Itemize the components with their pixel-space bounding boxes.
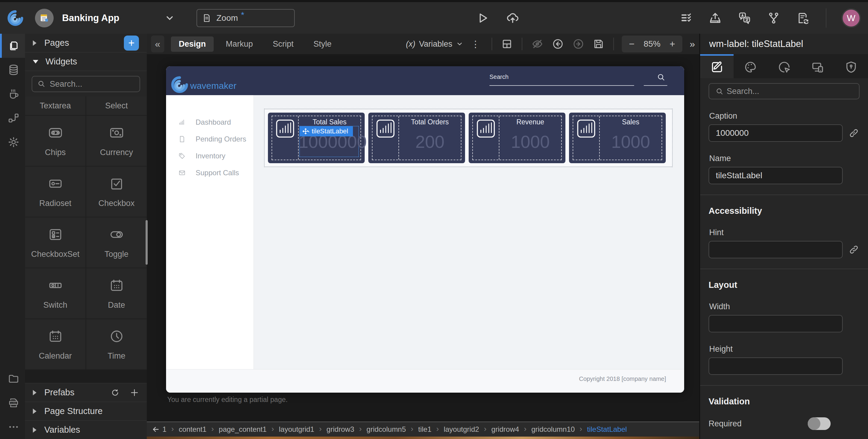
bind-hint-link-icon[interactable] — [848, 244, 860, 255]
tab-events[interactable] — [767, 54, 801, 78]
required-toggle[interactable] — [808, 417, 831, 430]
layout-grid-button[interactable] — [501, 38, 513, 50]
widgets-section-header[interactable]: Widgets — [25, 53, 147, 71]
rail-item-apis[interactable] — [0, 106, 25, 130]
selected-widget-chip[interactable]: tileStatLabel — [300, 126, 353, 136]
toolbar-more-menu[interactable]: ⋮ — [471, 39, 480, 49]
page-selector[interactable]: Zoom * — [196, 9, 295, 27]
breadcrumb-item[interactable]: layoutgrid2 — [442, 425, 481, 434]
rail-item-java-services[interactable] — [0, 82, 25, 106]
widget-item[interactable]: Textarea — [25, 96, 86, 115]
add-page-button[interactable]: + — [124, 36, 139, 50]
project-avatar[interactable] — [35, 9, 54, 27]
tab-script[interactable]: Script — [265, 36, 301, 52]
user-avatar[interactable]: W — [841, 8, 861, 28]
breadcrumb-item[interactable]: gridcolumn10 — [530, 425, 577, 434]
hint-input[interactable] — [709, 241, 843, 258]
stat-tile[interactable]: Revenue 1000 — [469, 112, 565, 163]
height-input[interactable] — [709, 358, 843, 375]
undo-button[interactable] — [551, 37, 564, 50]
save-button[interactable] — [592, 38, 605, 50]
hidden-widgets-eye-off-button[interactable] — [531, 37, 544, 50]
breadcrumb-item[interactable]: gridcolumn5 — [365, 425, 408, 434]
tab-properties[interactable] — [700, 54, 734, 78]
zoom-out-button[interactable]: − — [629, 38, 635, 50]
variables-dropdown[interactable]: (x) Variables — [406, 39, 463, 49]
checklist-button[interactable] — [680, 11, 693, 25]
preview-search-icon[interactable] — [656, 73, 665, 81]
zoom-in-button[interactable]: + — [670, 38, 675, 50]
widget-item[interactable]: Select — [86, 96, 147, 115]
tab-security[interactable] — [835, 54, 868, 78]
collapse-inspector-button[interactable]: » — [689, 38, 695, 50]
bind-caption-link-icon[interactable] — [848, 127, 860, 139]
export-button[interactable] — [708, 11, 722, 25]
tile-value[interactable]: 1000 — [600, 131, 661, 151]
caption-input[interactable] — [709, 124, 843, 142]
breadcrumb-item[interactable]: content1 — [177, 425, 208, 434]
breadcrumb-separator: › — [316, 424, 325, 435]
rail-item-settings[interactable] — [0, 130, 25, 154]
tab-styles[interactable] — [734, 54, 767, 78]
preview-search[interactable]: Search — [490, 73, 667, 86]
design-canvas[interactable]: wavemaker Search — [166, 66, 684, 393]
width-input[interactable] — [709, 315, 843, 332]
rail-item-pages[interactable] — [0, 34, 25, 58]
breadcrumb-item[interactable]: gridrow3 — [324, 425, 356, 434]
collapse-panel-button[interactable]: « — [151, 36, 164, 53]
add-prefab-icon[interactable] — [130, 388, 139, 397]
widget-item[interactable]: CheckboxSet — [25, 217, 86, 268]
widget-item[interactable]: Calendar — [25, 319, 86, 369]
version-control-branch-button[interactable] — [767, 11, 781, 25]
stat-tile[interactable]: Sales 1000 — [569, 112, 666, 163]
breadcrumb-item[interactable]: gridrow4 — [490, 425, 521, 434]
stat-tile[interactable]: Total Sales tileStatLabel 1000000 — [268, 112, 365, 163]
rail-item-more[interactable] — [0, 415, 25, 439]
breadcrumb-item[interactable]: 1 — [161, 425, 168, 434]
breadcrumb-back-icon[interactable] — [152, 425, 160, 434]
page-structure-section-header[interactable]: Page Structure — [25, 402, 147, 420]
widget-item[interactable]: Time — [86, 319, 147, 369]
widget-item[interactable]: Date — [86, 268, 147, 318]
tab-markup[interactable]: Markup — [218, 36, 261, 52]
rail-item-database[interactable] — [0, 58, 25, 82]
run-button[interactable] — [475, 11, 490, 25]
breadcrumb-item[interactable]: tileStatLabel — [585, 425, 629, 434]
widget-search-input[interactable] — [32, 76, 140, 92]
pages-section-header[interactable]: Pages + — [25, 34, 147, 53]
project-chevron-down-icon[interactable] — [164, 13, 175, 23]
widget-item[interactable]: Switch — [25, 268, 86, 318]
breadcrumb-item[interactable]: page_content1 — [217, 425, 269, 434]
tile-value[interactable]: 1000 — [499, 131, 561, 151]
breadcrumb-item[interactable]: layoutgrid1 — [277, 425, 316, 434]
tab-devices[interactable] — [801, 54, 834, 78]
selected-widget-name: tileStatLabel — [312, 127, 348, 135]
widget-item[interactable]: Chips — [25, 115, 86, 166]
name-input[interactable] — [709, 167, 843, 184]
panel-resize-handle[interactable] — [146, 220, 148, 265]
tile-value[interactable]: 200 — [399, 131, 461, 151]
redo-button[interactable] — [572, 37, 585, 50]
widget-item[interactable]: Radioset — [25, 167, 86, 217]
stat-tile[interactable]: Total Orders 200 — [368, 112, 465, 163]
rail-item-files[interactable] — [0, 367, 25, 391]
widget-item[interactable]: Checkbox — [86, 167, 147, 217]
preview-nav-item[interactable]: Inventory — [166, 147, 253, 164]
file-sync-button[interactable] — [796, 11, 809, 25]
refresh-prefabs-icon[interactable] — [111, 388, 120, 397]
preview-nav-item[interactable]: Dashboard — [166, 114, 253, 131]
breadcrumb-item[interactable]: tile1 — [416, 425, 433, 434]
variables-section-header[interactable]: Variables — [25, 420, 147, 439]
preview-nav-item[interactable]: Pending Orders — [166, 131, 253, 147]
tab-design[interactable]: Design — [171, 36, 214, 52]
widget-item[interactable]: Currency — [86, 115, 147, 166]
property-search-input[interactable] — [709, 83, 860, 99]
deploy-cloud-upload-button[interactable] — [505, 10, 520, 26]
rail-item-logs[interactable]: LOG — [0, 391, 25, 415]
preview-nav-item[interactable]: Support Calls — [166, 164, 253, 181]
translate-button[interactable] — [737, 11, 752, 25]
widget-item[interactable]: Toggle — [86, 217, 147, 268]
tiles-layout-grid[interactable]: Total Sales tileStatLabel 1000000 Total … — [264, 109, 673, 167]
prefabs-section-header[interactable]: Prefabs — [25, 383, 147, 402]
tab-style[interactable]: Style — [306, 36, 339, 52]
